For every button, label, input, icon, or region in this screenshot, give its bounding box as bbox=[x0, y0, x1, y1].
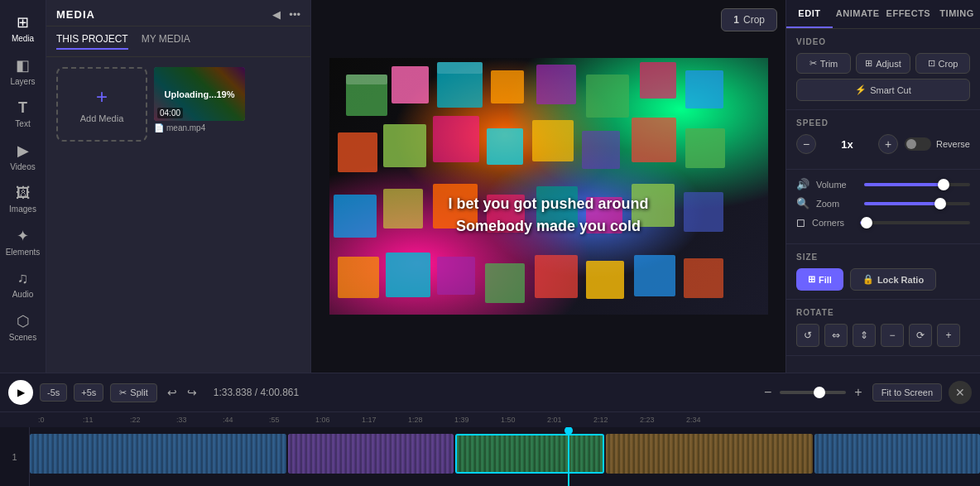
rotate-ccw-button[interactable]: ↺ bbox=[796, 324, 819, 347]
sidebar-item-layers[interactable]: ◧ Layers bbox=[0, 50, 46, 93]
svg-rect-32 bbox=[346, 75, 387, 84]
track-clip-1[interactable] bbox=[30, 434, 286, 474]
ruler-mark-5: :55 bbox=[269, 416, 280, 424]
zoom-in-button[interactable]: + bbox=[851, 383, 865, 402]
crop-badge-button[interactable]: 1 Crop bbox=[721, 8, 777, 31]
crop-icon: ⊡ bbox=[928, 58, 935, 69]
sidebar-item-media[interactable]: ⊞ Media bbox=[0, 7, 46, 50]
right-panel: EDIT ANIMATE EFFECTS TIMING VIDEO ✂ Trim… bbox=[785, 0, 980, 373]
bottom-controls-bar: ▶ -5s +5s ✂ Split ↩ ↪ 1:33.838 / 4:00.86… bbox=[0, 373, 980, 411]
layers-icon: ◧ bbox=[16, 56, 30, 75]
corners-slider[interactable] bbox=[860, 221, 970, 224]
volume-slider[interactable] bbox=[864, 183, 970, 186]
flip-vertical-button[interactable]: ⇕ bbox=[853, 324, 876, 347]
sidebar-item-label: Text bbox=[15, 119, 30, 128]
svg-rect-25 bbox=[386, 253, 430, 297]
timeline-playhead[interactable] bbox=[568, 427, 569, 486]
audio-icon: ♫ bbox=[17, 270, 29, 287]
zoom-slider-timeline[interactable] bbox=[780, 391, 846, 394]
collapse-media-button[interactable]: ◀ bbox=[272, 8, 281, 21]
fit-to-screen-button[interactable]: Fit to Screen bbox=[872, 383, 942, 402]
video-preview: I bet you got pushed around Somebody mad… bbox=[329, 58, 768, 315]
zoom-label: Zoom bbox=[816, 199, 858, 209]
toggle-knob bbox=[906, 139, 916, 149]
track-clip-4[interactable] bbox=[606, 434, 813, 474]
rotate-minus-button[interactable]: − bbox=[881, 324, 904, 347]
track-clip-3-selected[interactable] bbox=[455, 434, 604, 474]
media-more-button[interactable]: ••• bbox=[289, 8, 300, 21]
lock-ratio-label: Lock Ratio bbox=[877, 275, 924, 285]
sliders-section: 🔊 Volume 🔍 Zoom ◻ Corners bbox=[786, 170, 980, 244]
sidebar-item-label: Media bbox=[12, 34, 34, 43]
tab-this-project[interactable]: THIS PROJECT bbox=[56, 33, 128, 50]
sidebar-item-videos[interactable]: ▶ Videos bbox=[0, 135, 46, 178]
adjust-icon: ⊞ bbox=[865, 58, 872, 69]
sidebar: ⊞ Media ◧ Layers T Text ▶ Videos 🖼 Image… bbox=[0, 0, 46, 373]
sidebar-item-elements[interactable]: ✦ Elements bbox=[0, 220, 46, 263]
undo-button[interactable]: ↩ bbox=[164, 384, 180, 401]
media-item-mean-mp4[interactable]: Uploading...19% 04:00 📄 mean.mp4 bbox=[154, 67, 245, 363]
sidebar-item-label: Audio bbox=[12, 290, 34, 299]
crop-button[interactable]: ⊡ Crop bbox=[915, 53, 970, 74]
split-button[interactable]: ✂ Split bbox=[110, 383, 156, 402]
media-icon: ⊞ bbox=[17, 13, 29, 31]
zoom-out-button[interactable]: − bbox=[761, 383, 775, 402]
rotate-angle-button[interactable]: ⟳ bbox=[909, 324, 932, 347]
speed-minus-button[interactable]: − bbox=[796, 134, 816, 154]
reverse-toggle-button[interactable] bbox=[905, 137, 931, 151]
tab-my-media[interactable]: MY MEDIA bbox=[142, 33, 190, 50]
ruler-mark-0: :0 bbox=[38, 416, 45, 424]
rotate-buttons: ↺ ⇔ ⇕ − ⟳ + bbox=[796, 324, 970, 347]
clip-waveform-2 bbox=[288, 434, 454, 474]
sidebar-item-scenes[interactable]: ⬡ Scenes bbox=[0, 306, 46, 349]
track-content[interactable] bbox=[30, 427, 980, 486]
fill-button[interactable]: ⊞ Fill bbox=[796, 268, 843, 291]
skip-forward-button[interactable]: +5s bbox=[74, 383, 103, 402]
adjust-button[interactable]: ⊞ Adjust bbox=[856, 53, 910, 74]
zoom-slider[interactable] bbox=[864, 202, 970, 205]
volume-icon: 🔊 bbox=[796, 178, 809, 190]
size-section: SIZE ⊞ Fill 🔒 Lock Ratio bbox=[786, 244, 980, 300]
close-button[interactable]: ✕ bbox=[949, 381, 972, 404]
svg-rect-1 bbox=[392, 66, 429, 103]
tab-animate[interactable]: ANIMATE bbox=[833, 0, 883, 28]
play-button[interactable]: ▶ bbox=[8, 380, 33, 405]
speed-plus-button[interactable]: + bbox=[878, 134, 898, 154]
skip-back-button[interactable]: -5s bbox=[40, 383, 67, 402]
size-section-label: SIZE bbox=[796, 253, 970, 262]
sidebar-item-audio[interactable]: ♫ Audio bbox=[0, 263, 46, 306]
tab-effects[interactable]: EFFECTS bbox=[883, 0, 934, 28]
trim-button[interactable]: ✂ Trim bbox=[796, 53, 851, 74]
tab-timing[interactable]: TIMING bbox=[934, 0, 980, 28]
track-clip-5[interactable] bbox=[814, 434, 980, 474]
video-cubes-overlay bbox=[329, 58, 768, 315]
sidebar-item-images[interactable]: 🖼 Images bbox=[0, 178, 46, 220]
svg-rect-12 bbox=[532, 120, 574, 161]
track-clip-2[interactable] bbox=[288, 434, 454, 474]
svg-rect-26 bbox=[437, 257, 475, 295]
media-tabs: THIS PROJECT MY MEDIA bbox=[46, 26, 310, 57]
add-media-button[interactable]: + Add Media bbox=[56, 67, 147, 142]
smart-cut-button[interactable]: ⚡ Smart Cut bbox=[796, 79, 970, 101]
undo-redo-controls: ↩ ↪ bbox=[164, 384, 200, 401]
flip-horizontal-button[interactable]: ⇔ bbox=[824, 324, 848, 347]
trim-label: Trim bbox=[820, 59, 838, 69]
smart-cut-label: Smart Cut bbox=[870, 85, 911, 95]
tab-edit[interactable]: EDIT bbox=[786, 0, 833, 28]
sidebar-item-label: Images bbox=[9, 205, 36, 214]
sidebar-item-label: Videos bbox=[10, 162, 35, 171]
panel-tabs: EDIT ANIMATE EFFECTS TIMING bbox=[786, 0, 980, 29]
media-duration: 04:00 bbox=[157, 108, 183, 118]
svg-rect-6 bbox=[640, 62, 676, 99]
sidebar-item-text[interactable]: T Text bbox=[0, 93, 46, 135]
corners-label: Corners bbox=[812, 218, 853, 228]
ruler-mark-4: :44 bbox=[223, 416, 233, 424]
lock-ratio-button[interactable]: 🔒 Lock Ratio bbox=[850, 268, 936, 291]
images-icon: 🖼 bbox=[16, 185, 31, 202]
redo-button[interactable]: ↪ bbox=[184, 384, 200, 401]
ruler-mark-10: 1:50 bbox=[501, 416, 516, 424]
text-icon: T bbox=[18, 99, 27, 117]
rotate-plus-button[interactable]: + bbox=[937, 324, 960, 347]
crop-badge-label: Crop bbox=[743, 14, 765, 26]
speed-section: SPEED − 1x + Reverse bbox=[786, 110, 980, 170]
